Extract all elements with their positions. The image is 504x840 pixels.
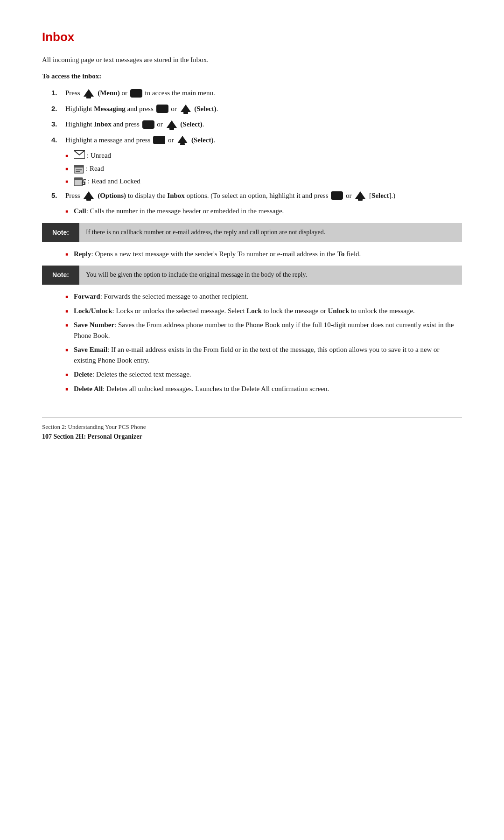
- bullet-sq-1: ■: [65, 152, 70, 159]
- note-2-label: Note:: [42, 266, 79, 285]
- svg-rect-0: [86, 97, 91, 98]
- bullet-sq-forward: ■: [65, 293, 70, 300]
- read-locked-label: : Read and Locked: [88, 176, 140, 187]
- svg-rect-19: [358, 199, 363, 201]
- step-3-inbox: Inbox: [94, 120, 112, 128]
- option-save-email: ■ Save Email: If an e-mail address exist…: [65, 344, 462, 365]
- bullet-sq-lock: ■: [65, 308, 70, 315]
- bullet-sq-delete: ■: [65, 371, 70, 378]
- svg-rect-17: [86, 199, 91, 201]
- svg-rect-1: [130, 89, 142, 98]
- option-delete-all: ■ Delete All: Deletes all unlocked messa…: [65, 384, 462, 394]
- read-label: : Read: [86, 163, 104, 174]
- svg-rect-12: [76, 171, 80, 172]
- step-5-num: 5.: [51, 190, 65, 201]
- footer-page-ref: 107 Section 2H: Personal Organizer: [42, 432, 462, 441]
- select-button-icon-3: [166, 119, 178, 130]
- bullet-sq-deleteall: ■: [65, 385, 70, 392]
- read-locked-icon: [74, 176, 86, 186]
- option-save-number: ■ Save Number: Saves the From address ph…: [65, 320, 462, 341]
- step-5-options: (Options): [98, 192, 126, 199]
- access-header: To access the inbox:: [42, 71, 462, 82]
- menu-button-icon: [83, 88, 95, 98]
- bullet-sq-saveemail: ■: [65, 346, 70, 353]
- option-save-email-text: Save Email: If an e-mail address exists …: [74, 344, 462, 365]
- note-box-1: Note: If there is no callback number or …: [42, 223, 462, 242]
- options-list-2: ■ Reply: Opens a new text message with t…: [65, 249, 462, 259]
- oval-button-icon-4: [153, 136, 165, 144]
- unread-label: : Unread: [87, 150, 111, 161]
- option-delete-text: Delete: Deletes the selected text messag…: [74, 369, 191, 380]
- svg-rect-10: [74, 165, 84, 168]
- svg-rect-14: [74, 178, 83, 180]
- bullet-sq-call: ■: [65, 208, 70, 215]
- step-4-select: (Select): [191, 136, 213, 144]
- message-icons-list: ■ : Unread ■ : Read ■ : Read and Locked: [65, 150, 462, 187]
- oval-button-icon-2: [156, 105, 168, 113]
- select-button-icon-2: [180, 104, 192, 114]
- note-2-content: You will be given the option to include …: [79, 266, 314, 284]
- svg-rect-3: [183, 112, 188, 114]
- icon-unread: ■ : Unread: [65, 150, 462, 161]
- svg-rect-6: [153, 136, 165, 144]
- step-3-content: Highlight Inbox and press or (Select).: [65, 119, 204, 130]
- bullet-sq-3: ■: [65, 178, 70, 185]
- option-delete: ■ Delete: Deletes the selected text mess…: [65, 369, 462, 380]
- oval-button-icon-5: [331, 191, 343, 200]
- step-1-content: Press (Menu) or to access the main menu.: [65, 88, 215, 99]
- note-1-content: If there is no callback number or e-mail…: [79, 223, 332, 242]
- option-delete-all-text: Delete All: Deletes all unlocked message…: [74, 384, 329, 394]
- envelope-icon: [74, 150, 85, 159]
- option-call-text: Call: Calls the number in the message he…: [74, 206, 284, 217]
- svg-rect-18: [331, 191, 343, 200]
- steps-list: 1. Press (Menu) or to access the main me…: [51, 88, 462, 146]
- svg-rect-11: [76, 169, 82, 170]
- step-5-content: Press (Options) to display the Inbox opt…: [65, 190, 395, 202]
- svg-rect-7: [180, 143, 185, 145]
- step-2-messaging: Messaging: [94, 105, 126, 112]
- icon-read-locked: ■ : Read and Locked: [65, 176, 462, 187]
- footer: Section 2: Understanding Your PCS Phone …: [42, 417, 462, 441]
- step-3-select: (Select): [180, 120, 202, 128]
- option-forward-text: Forward: Forwards the selected message t…: [74, 291, 248, 302]
- step-1-menu-label: (Menu): [98, 89, 120, 97]
- step-5: 5. Press (Options) to display the Inbox …: [51, 190, 462, 202]
- option-save-number-text: Save Number: Saves the From address phon…: [74, 320, 462, 341]
- svg-rect-4: [142, 120, 154, 129]
- options-list-3: ■ Forward: Forwards the selected message…: [65, 291, 462, 394]
- options-button-icon: [83, 190, 95, 201]
- step-5-select: Select: [371, 192, 389, 199]
- option-reply: ■ Reply: Opens a new text message with t…: [65, 249, 462, 259]
- option-forward: ■ Forward: Forwards the selected message…: [65, 291, 462, 302]
- step-4-num: 4.: [51, 135, 65, 146]
- bullet-sq-2: ■: [65, 165, 70, 172]
- select-button-icon-5: [354, 190, 366, 201]
- bullet-sq-savenumber: ■: [65, 322, 70, 329]
- step-3: 3. Highlight Inbox and press or (Select)…: [51, 119, 462, 130]
- icon-read: ■ : Read: [65, 163, 462, 174]
- step-1: 1. Press (Menu) or to access the main me…: [51, 88, 462, 99]
- select-button-icon-4: [176, 135, 189, 145]
- note-1-label: Note:: [42, 223, 79, 242]
- step-4: 4. Highlight a message and press or (Sel…: [51, 135, 462, 146]
- bullet-sq-reply: ■: [65, 251, 70, 258]
- step-2-content: Highlight Messaging and press or (Select…: [65, 104, 218, 115]
- intro-text: All incoming page or text messages are s…: [42, 55, 462, 65]
- oval-button-icon-3: [142, 120, 154, 129]
- oval-button-icon-1: [130, 89, 142, 98]
- option-call: ■ Call: Calls the number in the message …: [65, 206, 462, 217]
- read-icon: [74, 163, 84, 174]
- page-title: Inbox: [42, 28, 462, 46]
- step-4-content: Highlight a message and press or (Select…: [65, 135, 215, 146]
- svg-rect-2: [156, 105, 168, 113]
- step-2: 2. Highlight Messaging and press or (Sel…: [51, 104, 462, 115]
- step5-list: 5. Press (Options) to display the Inbox …: [51, 190, 462, 202]
- step-2-select: (Select): [194, 105, 216, 112]
- step-3-num: 3.: [51, 119, 65, 130]
- option-lock-text: Lock/Unlock: Locks or unlocks the select…: [74, 306, 415, 316]
- step-5-inbox: Inbox: [167, 192, 185, 199]
- option-reply-text: Reply: Opens a new text message with the…: [74, 249, 361, 259]
- step-2-num: 2.: [51, 104, 65, 114]
- svg-rect-5: [169, 128, 174, 130]
- options-list-1: ■ Call: Calls the number in the message …: [65, 206, 462, 217]
